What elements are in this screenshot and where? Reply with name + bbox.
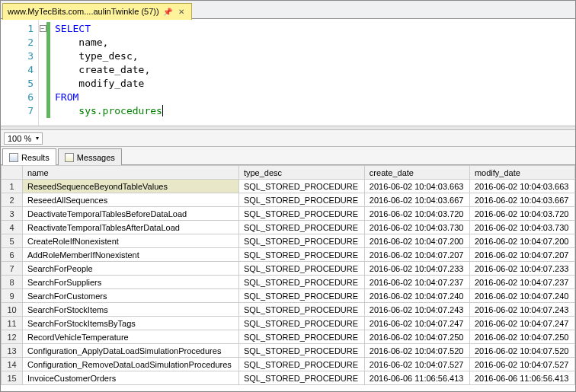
cell[interactable]: SQL_STORED_PROCEDURE: [238, 317, 364, 330]
cell[interactable]: SQL_STORED_PROCEDURE: [238, 248, 364, 262]
table-row[interactable]: 8SearchForSuppliersSQL_STORED_PROCEDURE2…: [2, 276, 575, 289]
cell[interactable]: SearchForStockItems: [23, 303, 239, 317]
pin-icon[interactable]: 📌: [162, 6, 173, 17]
table-row[interactable]: 6AddRoleMemberIfNonexistentSQL_STORED_PR…: [2, 248, 575, 262]
row-number[interactable]: 8: [2, 276, 23, 289]
cell[interactable]: ReseedSequenceBeyondTableValues: [23, 180, 239, 193]
cell[interactable]: SQL_STORED_PROCEDURE: [238, 330, 364, 344]
cell[interactable]: RecordVehicleTemperature: [23, 330, 239, 344]
cell[interactable]: 2016-06-02 10:04:07.200: [469, 234, 574, 248]
cell[interactable]: 2016-06-02 10:04:07.250: [364, 330, 469, 344]
cell[interactable]: CreateRoleIfNonexistent: [23, 234, 239, 248]
row-number[interactable]: 7: [2, 262, 23, 276]
cell[interactable]: 2016-06-02 10:04:03.720: [364, 207, 469, 221]
cell[interactable]: Configuration_RemoveDataLoadSimulationPr…: [23, 358, 239, 371]
zoom-select[interactable]: 100 % ▾: [4, 132, 43, 145]
cell[interactable]: SQL_STORED_PROCEDURE: [238, 262, 364, 276]
cell[interactable]: SQL_STORED_PROCEDURE: [238, 193, 364, 207]
cell[interactable]: 2016-06-02 10:04:07.243: [364, 303, 469, 317]
cell[interactable]: 2016-06-02 10:04:07.243: [469, 303, 574, 317]
cell[interactable]: 2016-06-02 10:04:07.207: [364, 248, 469, 262]
table-row[interactable]: 11SearchForStockItemsByTagsSQL_STORED_PR…: [2, 317, 575, 330]
collapse-toggle-icon[interactable]: −: [40, 25, 46, 32]
cell[interactable]: Configuration_ApplyDataLoadSimulationPro…: [23, 344, 239, 358]
table-row[interactable]: 13Configuration_ApplyDataLoadSimulationP…: [2, 344, 575, 358]
row-number[interactable]: 11: [2, 317, 23, 330]
row-number[interactable]: 6: [2, 248, 23, 262]
cell[interactable]: 2016-06-06 11:06:56.413: [364, 371, 469, 385]
cell[interactable]: SQL_STORED_PROCEDURE: [238, 344, 364, 358]
cell[interactable]: 2016-06-02 10:04:03.667: [364, 193, 469, 207]
col-header[interactable]: name: [23, 166, 239, 180]
col-header[interactable]: modify_date: [469, 166, 574, 180]
document-tab[interactable]: www.MyTecBits.com....aulinTwinkle (57)) …: [2, 3, 192, 20]
cell[interactable]: SearchForSuppliers: [23, 276, 239, 289]
row-number[interactable]: 9: [2, 289, 23, 303]
cell[interactable]: 2016-06-02 10:04:03.663: [469, 180, 574, 193]
cell[interactable]: ReseedAllSequences: [23, 193, 239, 207]
cell[interactable]: 2016-06-02 10:04:07.233: [364, 262, 469, 276]
cell[interactable]: 2016-06-02 10:04:07.247: [364, 317, 469, 330]
row-number[interactable]: 10: [2, 303, 23, 317]
row-number[interactable]: 13: [2, 344, 23, 358]
row-number[interactable]: 4: [2, 221, 23, 234]
table-row[interactable]: 5CreateRoleIfNonexistentSQL_STORED_PROCE…: [2, 234, 575, 248]
cell[interactable]: SQL_STORED_PROCEDURE: [238, 358, 364, 371]
cell[interactable]: SQL_STORED_PROCEDURE: [238, 289, 364, 303]
cell[interactable]: 2016-06-02 10:04:07.207: [469, 248, 574, 262]
row-number[interactable]: 1: [2, 180, 23, 193]
cell[interactable]: 2016-06-02 10:04:07.240: [364, 289, 469, 303]
cell[interactable]: 2016-06-02 10:04:07.520: [364, 344, 469, 358]
cell[interactable]: SQL_STORED_PROCEDURE: [238, 180, 364, 193]
table-row[interactable]: 4ReactivateTemporalTablesAfterDataLoadSQ…: [2, 221, 575, 234]
sql-editor[interactable]: 1234567 − SELECT name, type_desc, create…: [1, 19, 575, 126]
table-row[interactable]: 14Configuration_RemoveDataLoadSimulation…: [2, 358, 575, 371]
cell[interactable]: 2016-06-02 10:04:03.720: [469, 207, 574, 221]
cell[interactable]: 2016-06-02 10:04:07.520: [469, 344, 574, 358]
row-number[interactable]: 12: [2, 330, 23, 344]
cell[interactable]: 2016-06-02 10:04:07.237: [469, 276, 574, 289]
cell[interactable]: 2016-06-02 10:04:07.527: [364, 358, 469, 371]
cell[interactable]: 2016-06-02 10:04:07.200: [364, 234, 469, 248]
table-row[interactable]: 3DeactivateTemporalTablesBeforeDataLoadS…: [2, 207, 575, 221]
row-number[interactable]: 2: [2, 193, 23, 207]
cell[interactable]: SQL_STORED_PROCEDURE: [238, 207, 364, 221]
row-number[interactable]: 5: [2, 234, 23, 248]
cell[interactable]: ReactivateTemporalTablesAfterDataLoad: [23, 221, 239, 234]
close-icon[interactable]: ✕: [176, 6, 187, 17]
table-row[interactable]: 12RecordVehicleTemperatureSQL_STORED_PRO…: [2, 330, 575, 344]
cell[interactable]: InvoiceCustomerOrders: [23, 371, 239, 385]
table-row[interactable]: 2ReseedAllSequencesSQL_STORED_PROCEDURE2…: [2, 193, 575, 207]
cell[interactable]: 2016-06-02 10:04:07.250: [469, 330, 574, 344]
cell[interactable]: AddRoleMemberIfNonexistent: [23, 248, 239, 262]
cell[interactable]: 2016-06-02 10:04:07.233: [469, 262, 574, 276]
table-row[interactable]: 1ReseedSequenceBeyondTableValuesSQL_STOR…: [2, 180, 575, 193]
cell[interactable]: DeactivateTemporalTablesBeforeDataLoad: [23, 207, 239, 221]
cell[interactable]: 2016-06-06 11:06:56.413: [469, 371, 574, 385]
corner-cell[interactable]: [2, 166, 23, 180]
cell[interactable]: SQL_STORED_PROCEDURE: [238, 371, 364, 385]
cell[interactable]: SearchForPeople: [23, 262, 239, 276]
tab-messages[interactable]: Messages: [58, 148, 122, 165]
cell[interactable]: SearchForCustomers: [23, 289, 239, 303]
col-header[interactable]: type_desc: [238, 166, 364, 180]
code-area[interactable]: SELECT name, type_desc, create_date, mod…: [50, 19, 174, 126]
table-row[interactable]: 15InvoiceCustomerOrdersSQL_STORED_PROCED…: [2, 371, 575, 385]
tab-results[interactable]: Results: [2, 148, 56, 165]
cell[interactable]: SQL_STORED_PROCEDURE: [238, 276, 364, 289]
table-row[interactable]: 10SearchForStockItemsSQL_STORED_PROCEDUR…: [2, 303, 575, 317]
cell[interactable]: SQL_STORED_PROCEDURE: [238, 234, 364, 248]
cell[interactable]: 2016-06-02 10:04:07.237: [364, 276, 469, 289]
table-row[interactable]: 9SearchForCustomersSQL_STORED_PROCEDURE2…: [2, 289, 575, 303]
cell[interactable]: 2016-06-02 10:04:03.667: [469, 193, 574, 207]
cell[interactable]: SearchForStockItemsByTags: [23, 317, 239, 330]
cell[interactable]: 2016-06-02 10:04:07.527: [469, 358, 574, 371]
col-header[interactable]: create_date: [364, 166, 469, 180]
table-row[interactable]: 7SearchForPeopleSQL_STORED_PROCEDURE2016…: [2, 262, 575, 276]
cell[interactable]: 2016-06-02 10:04:03.730: [364, 221, 469, 234]
cell[interactable]: SQL_STORED_PROCEDURE: [238, 221, 364, 234]
cell[interactable]: 2016-06-02 10:04:03.730: [469, 221, 574, 234]
results-grid-wrap[interactable]: name type_desc create_date modify_date 1…: [1, 165, 575, 392]
row-number[interactable]: 14: [2, 358, 23, 371]
cell[interactable]: 2016-06-02 10:04:07.240: [469, 289, 574, 303]
